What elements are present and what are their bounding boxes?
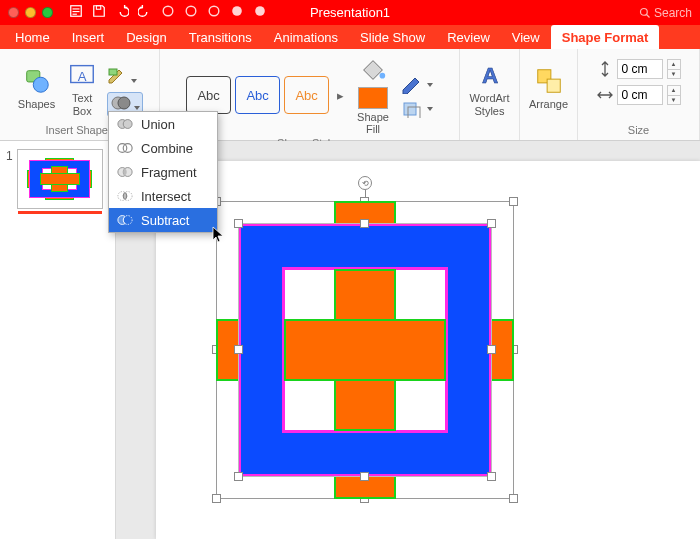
svg-text:A: A: [481, 63, 497, 88]
slide-thumbnail[interactable]: [17, 149, 103, 209]
tab-view[interactable]: View: [501, 25, 551, 49]
menu-item-label: Union: [141, 117, 175, 132]
tab-insert[interactable]: Insert: [61, 25, 116, 49]
width-stepper[interactable]: ▲▼: [667, 85, 681, 105]
resize-handle-ne[interactable]: [487, 219, 496, 228]
style-swatch[interactable]: Abc: [235, 76, 280, 114]
window-close-button[interactable]: [8, 7, 19, 18]
qat-menu-icon[interactable]: [69, 4, 83, 21]
merge-shapes-menu: Union Combine Fragment Intersect Subtrac…: [108, 111, 218, 233]
height-stepper[interactable]: ▲▼: [667, 59, 681, 79]
resize-handle-s[interactable]: [360, 472, 369, 481]
resize-handle-w[interactable]: [234, 345, 243, 354]
shape-outline-button[interactable]: [401, 76, 433, 94]
qat-slot-icon[interactable]: [207, 4, 221, 21]
fill-color-swatch: [358, 87, 388, 109]
svg-point-7: [209, 6, 219, 16]
tab-review[interactable]: Review: [436, 25, 501, 49]
svg-point-13: [33, 78, 48, 93]
search-icon: [639, 7, 651, 19]
menu-item-intersect[interactable]: Intersect: [109, 184, 217, 208]
window-minimize-button[interactable]: [25, 7, 36, 18]
qat-slot-icon[interactable]: [230, 4, 244, 21]
resize-handle-nw[interactable]: [234, 219, 243, 228]
mouse-cursor-icon: [212, 226, 226, 244]
menu-item-fragment[interactable]: Fragment: [109, 160, 217, 184]
shape-fill-label: Shape Fill: [357, 111, 389, 135]
paint-bucket-icon: [358, 55, 388, 85]
svg-line-11: [646, 14, 649, 17]
resize-handle-e[interactable]: [487, 345, 496, 354]
arrange-icon: [534, 66, 564, 96]
arrange-button[interactable]: Arrange: [527, 64, 570, 112]
width-icon: [597, 87, 613, 103]
text-box-button[interactable]: A Text Box: [65, 58, 99, 118]
qat-slot-icon[interactable]: [184, 4, 198, 21]
shapes-button[interactable]: Shapes: [16, 64, 57, 112]
svg-point-27: [118, 144, 127, 153]
menu-item-combine[interactable]: Combine: [109, 136, 217, 160]
height-icon: [597, 61, 613, 77]
slide-thumbnail-panel: 1: [0, 141, 116, 539]
window-zoom-button[interactable]: [42, 7, 53, 18]
resize-handle-n[interactable]: [360, 219, 369, 228]
quick-access-toolbar: [69, 4, 267, 21]
menu-item-label: Combine: [141, 141, 193, 156]
svg-point-26: [123, 120, 132, 129]
shape-width-input[interactable]: [617, 85, 663, 105]
group-size: ▲▼ ▲▼ Size: [578, 49, 700, 140]
save-icon[interactable]: [92, 4, 106, 21]
ribbon-tabs: Home Insert Design Transitions Animation…: [0, 25, 700, 49]
frame-selection-box[interactable]: [238, 223, 492, 477]
qat-slot-icon[interactable]: [161, 4, 175, 21]
rotation-handle[interactable]: ⟲: [358, 176, 372, 190]
menu-item-label: Intersect: [141, 189, 191, 204]
svg-point-18: [118, 97, 130, 109]
shape-effects-button[interactable]: [401, 100, 433, 118]
redo-icon[interactable]: [138, 4, 152, 21]
resize-handle-sw[interactable]: [234, 472, 243, 481]
tab-shape-format[interactable]: Shape Format: [551, 25, 660, 49]
fragment-icon: [117, 165, 133, 179]
style-swatch[interactable]: Abc: [186, 76, 231, 114]
svg-text:A: A: [78, 69, 87, 84]
search-box[interactable]: Search: [639, 6, 692, 20]
style-swatch[interactable]: Abc: [284, 76, 329, 114]
workspace: 1 ⟲: [0, 141, 700, 539]
undo-icon[interactable]: [115, 4, 129, 21]
svg-rect-16: [109, 69, 117, 75]
shape-fill-button[interactable]: Shape Fill: [355, 53, 391, 137]
text-box-icon: A: [67, 60, 97, 90]
intersect-icon: [117, 189, 133, 203]
search-placeholder: Search: [654, 6, 692, 20]
edit-shape-button[interactable]: [107, 67, 143, 88]
svg-point-6: [186, 6, 196, 16]
menu-item-label: Subtract: [141, 213, 189, 228]
window-titlebar: Presentation1 Search: [0, 0, 700, 25]
shape-height-input[interactable]: [617, 59, 663, 79]
gallery-more-button[interactable]: ▸: [333, 76, 347, 114]
document-title: Presentation1: [310, 5, 390, 20]
tab-slide-show[interactable]: Slide Show: [349, 25, 436, 49]
ribbon: Shapes A Text Box Insert Shapes Abc Abc …: [0, 49, 700, 141]
svg-rect-1: [73, 8, 80, 9]
group-label: Size: [628, 124, 649, 138]
shapes-label: Shapes: [18, 98, 55, 110]
union-icon: [117, 117, 133, 131]
slide-number: 1: [6, 149, 13, 209]
subtract-icon: [117, 213, 133, 227]
tab-design[interactable]: Design: [115, 25, 177, 49]
tab-home[interactable]: Home: [4, 25, 61, 49]
menu-item-label: Fragment: [141, 165, 197, 180]
svg-rect-20: [404, 103, 416, 115]
tab-transitions[interactable]: Transitions: [178, 25, 263, 49]
menu-item-union[interactable]: Union: [109, 112, 217, 136]
wordart-label: WordArt Styles: [469, 92, 509, 116]
resize-handle-se[interactable]: [487, 472, 496, 481]
menu-item-subtract[interactable]: Subtract: [109, 208, 217, 232]
wordart-styles-button[interactable]: A WordArt Styles: [467, 58, 511, 118]
qat-slot-icon[interactable]: [253, 4, 267, 21]
style-gallery[interactable]: Abc Abc Abc ▸: [186, 76, 347, 114]
tab-animations[interactable]: Animations: [263, 25, 349, 49]
svg-rect-24: [547, 80, 560, 93]
